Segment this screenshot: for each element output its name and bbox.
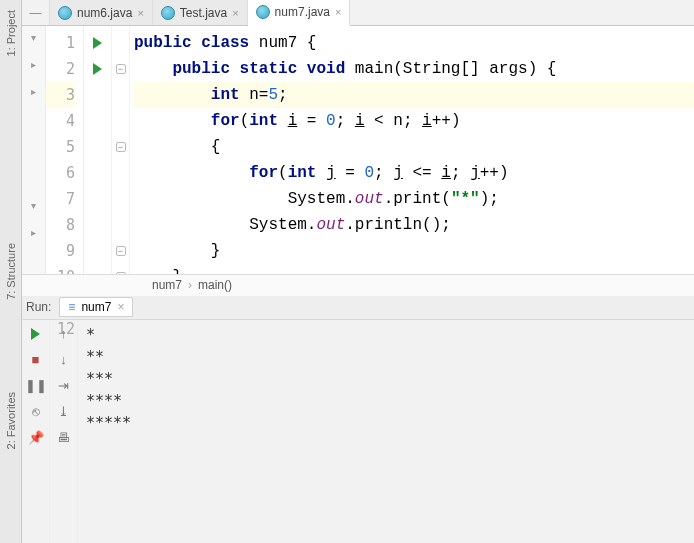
down-icon[interactable]: ↓ — [56, 352, 72, 368]
chevron-right-icon[interactable]: ▸ — [31, 59, 36, 70]
java-file-icon — [58, 6, 72, 20]
line-number[interactable]: 4 — [46, 108, 75, 134]
editor-tab-bar: — num6.java × Test.java × num7.java × — [22, 0, 694, 26]
editor-side-gutter: ▾ ▸ ▸ ▾ ▸ — [22, 26, 46, 274]
code-area[interactable]: public class num7 { public static void m… — [130, 26, 694, 274]
editor-tab-test[interactable]: Test.java × — [153, 0, 248, 25]
line-number-gutter[interactable]: 123456789101112 — [46, 26, 84, 274]
line-number[interactable]: 7 — [46, 186, 75, 212]
chevron-right-icon[interactable]: ▸ — [31, 227, 36, 238]
chevron-right-icon: › — [188, 278, 192, 292]
left-tool-strip: 1: Project 7: Structure 2: Favorites — [0, 0, 22, 543]
run-label: Run: — [26, 300, 51, 314]
run-gutter — [84, 26, 112, 274]
scroll-end-icon[interactable]: ⤓ — [56, 404, 72, 420]
code-line[interactable]: for(int j = 0; j <= i; j++) — [134, 160, 694, 186]
java-file-icon — [161, 6, 175, 20]
editor: ▾ ▸ ▸ ▾ ▸ 123456789101112 −−−−− public c… — [22, 26, 694, 274]
up-icon[interactable]: ↑ — [56, 326, 72, 342]
breadcrumb-method[interactable]: main() — [198, 278, 232, 292]
run-tool-window: Run: ≡ num7 × ■ ❚❚ ⎋ 📌 ↑ ↓ ⇥ — [22, 296, 694, 544]
rerun-icon[interactable] — [28, 326, 44, 342]
structure-tool-button[interactable]: 7: Structure — [5, 237, 17, 306]
code-line[interactable]: } — [134, 238, 694, 264]
run-header: Run: ≡ num7 × — [22, 296, 694, 320]
line-number[interactable]: 3 — [46, 82, 75, 108]
code-line[interactable]: for(int i = 0; i < n; i++) — [134, 108, 694, 134]
code-line[interactable]: System.out.print("*"); — [134, 186, 694, 212]
pin-icon[interactable]: 📌 — [28, 430, 44, 446]
project-tool-button[interactable]: 1: Project — [5, 4, 17, 62]
line-number[interactable]: 6 — [46, 160, 75, 186]
run-config-icon: ≡ — [68, 300, 75, 314]
breadcrumbs[interactable]: num7 › main() — [22, 274, 694, 296]
code-line[interactable]: public class num7 { — [134, 30, 694, 56]
line-number[interactable]: 1 — [46, 30, 75, 56]
run-config-tab[interactable]: ≡ num7 × — [59, 297, 133, 317]
code-line[interactable]: int n=5; — [134, 82, 694, 108]
editor-tab-num6[interactable]: num6.java × — [50, 0, 153, 25]
chevron-right-icon[interactable]: ▸ — [31, 86, 36, 97]
breadcrumb-class[interactable]: num7 — [152, 278, 182, 292]
fold-toggle[interactable]: − — [116, 64, 126, 74]
run-line-icon[interactable] — [93, 63, 102, 75]
chevron-down-icon[interactable]: ▾ — [31, 200, 36, 211]
chevron-down-icon[interactable]: ▾ — [31, 32, 36, 43]
close-icon[interactable]: × — [117, 300, 124, 314]
code-line[interactable]: System.out.println(); — [134, 212, 694, 238]
print-icon[interactable]: 🖶 — [56, 430, 72, 446]
fold-toggle[interactable]: − — [116, 142, 126, 152]
editor-tab-num7[interactable]: num7.java × — [248, 0, 351, 26]
fold-gutter: −−−−− — [112, 26, 130, 274]
stop-icon[interactable]: ■ — [28, 352, 44, 368]
line-number[interactable]: 5 — [46, 134, 75, 160]
line-number[interactable]: 2 — [46, 56, 75, 82]
pause-icon[interactable]: ❚❚ — [28, 378, 44, 394]
soft-wrap-icon[interactable]: ⇥ — [56, 378, 72, 394]
close-icon[interactable]: × — [137, 7, 143, 19]
code-line[interactable]: public static void main(String[] args) { — [134, 56, 694, 82]
java-file-icon — [256, 5, 270, 19]
console-output[interactable]: * ** *** **** ***** — [78, 320, 694, 544]
line-number[interactable]: 8 — [46, 212, 75, 238]
run-toolbar: ■ ❚❚ ⎋ 📌 ↑ ↓ ⇥ ⤓ 🖶 — [22, 320, 78, 544]
close-icon[interactable]: × — [335, 6, 341, 18]
fold-toggle[interactable]: − — [116, 246, 126, 256]
exit-icon[interactable]: ⎋ — [28, 404, 44, 420]
main-area: — num6.java × Test.java × num7.java × ▾ … — [22, 0, 694, 543]
code-line[interactable]: { — [134, 134, 694, 160]
close-icon[interactable]: × — [232, 7, 238, 19]
line-number[interactable]: 9 — [46, 238, 75, 264]
favorites-tool-button[interactable]: 2: Favorites — [5, 386, 17, 455]
run-line-icon[interactable] — [93, 37, 102, 49]
code-line[interactable]: } — [134, 264, 694, 274]
tab-chevron-left[interactable]: — — [22, 0, 50, 25]
